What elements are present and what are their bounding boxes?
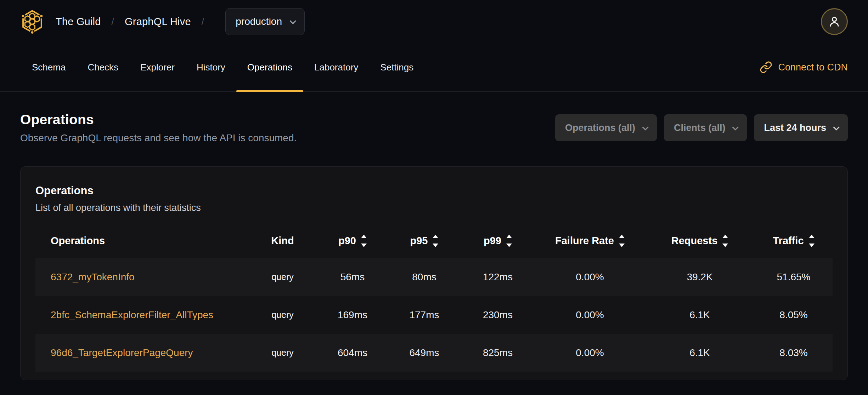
hive-logo-icon[interactable] xyxy=(20,8,44,35)
table-row: 2bfc_SchemaExplorerFilter_AllTypesquery1… xyxy=(35,296,833,334)
chevron-down-icon xyxy=(833,124,839,130)
cell-requests: 6.1K xyxy=(645,347,755,359)
breadcrumb: The Guild / GraphQL Hive / xyxy=(56,16,215,28)
page-heading: Operations Observe GraphQL requests and … xyxy=(0,112,868,144)
cell-kind: query xyxy=(248,310,317,320)
cell-p95: 80ms xyxy=(388,271,461,283)
cell-traffic: 8.05% xyxy=(755,309,833,321)
cell-name: 6372_myTokenInfo xyxy=(35,271,248,283)
tab-schema[interactable]: Schema xyxy=(21,43,77,91)
column-label: Operations xyxy=(51,235,105,247)
link-icon xyxy=(760,61,772,74)
cell-name: 2bfc_SchemaExplorerFilter_AllTypes xyxy=(35,309,248,321)
column-label: Traffic xyxy=(773,235,804,247)
operations-table: OperationsKindp90p95p99Failure RateReque… xyxy=(35,223,833,380)
card-subtitle: List of all operations with their statis… xyxy=(35,202,833,213)
tab-operations[interactable]: Operations xyxy=(236,43,303,91)
user-avatar[interactable] xyxy=(821,8,848,35)
cell-p95: 649ms xyxy=(388,347,461,359)
breadcrumb-separator: / xyxy=(202,16,204,27)
target-selector[interactable]: production xyxy=(225,8,305,35)
cell-failure_rate: 0.00% xyxy=(535,347,645,359)
sort-icon[interactable] xyxy=(506,235,512,247)
sort-icon[interactable] xyxy=(619,235,625,247)
sort-icon[interactable] xyxy=(722,235,728,247)
cell-requests: 39.2K xyxy=(645,271,755,283)
cell-p99: 825ms xyxy=(461,347,535,359)
table-row: 6c00_schemaPublishmutation678ms1.06s1.98… xyxy=(35,372,833,380)
cell-traffic: 8.03% xyxy=(755,347,833,359)
column-label: Requests xyxy=(671,235,718,247)
column-header-kind: Kind xyxy=(248,235,317,247)
sort-icon[interactable] xyxy=(361,235,367,247)
chevron-down-icon xyxy=(289,18,296,24)
operations-card: Operations List of all operations with t… xyxy=(20,166,848,380)
clients-filter-label: Clients (all) xyxy=(674,122,726,133)
operations-filter-dropdown[interactable]: Operations (all) xyxy=(555,114,657,141)
cell-p90: 56ms xyxy=(317,271,388,283)
breadcrumb-project[interactable]: GraphQL Hive xyxy=(125,16,191,28)
cell-kind: query xyxy=(248,272,317,282)
operations-filter-label: Operations (all) xyxy=(565,122,635,133)
sort-icon[interactable] xyxy=(809,235,815,247)
target-selector-value: production xyxy=(236,16,282,27)
top-header: The Guild / GraphQL Hive / production xyxy=(0,0,868,43)
table-body: 6372_myTokenInfoquery56ms80ms122ms0.00%3… xyxy=(35,258,833,380)
column-header-requests[interactable]: Requests xyxy=(645,235,755,247)
cell-p90: 169ms xyxy=(317,309,388,321)
period-filter-label: Last 24 hours xyxy=(764,122,826,133)
clients-filter-dropdown[interactable]: Clients (all) xyxy=(664,114,747,141)
cell-requests: 6.1K xyxy=(645,309,755,321)
column-header-name: Operations xyxy=(35,235,248,247)
tab-checks[interactable]: Checks xyxy=(77,43,129,91)
operation-link[interactable]: 6372_myTokenInfo xyxy=(51,271,135,282)
sort-icon[interactable] xyxy=(433,235,438,247)
filters: Operations (all) Clients (all) Last 24 h… xyxy=(555,114,848,141)
column-label: p99 xyxy=(484,235,501,247)
tab-settings[interactable]: Settings xyxy=(369,43,424,91)
column-label: Kind xyxy=(271,235,294,247)
tab-explorer[interactable]: Explorer xyxy=(129,43,186,91)
breadcrumb-org[interactable]: The Guild xyxy=(56,16,101,28)
nav-tabs: SchemaChecksExplorerHistoryOperationsLab… xyxy=(21,43,424,91)
column-header-failure_rate[interactable]: Failure Rate xyxy=(535,235,645,247)
breadcrumb-separator: / xyxy=(112,16,114,27)
connect-to-cdn-label: Connect to CDN xyxy=(778,62,848,73)
table-header-row: OperationsKindp90p95p99Failure RateReque… xyxy=(35,223,833,258)
page-title: Operations xyxy=(20,112,297,127)
column-label: p90 xyxy=(338,235,356,247)
user-icon xyxy=(827,15,841,29)
chevron-down-icon xyxy=(732,124,739,130)
tab-history[interactable]: History xyxy=(186,43,236,91)
table-row: 96d6_TargetExplorerPageQueryquery604ms64… xyxy=(35,334,833,372)
cell-p90: 604ms xyxy=(317,347,388,359)
cell-p99: 122ms xyxy=(461,271,535,283)
column-header-p99[interactable]: p99 xyxy=(461,235,535,247)
column-header-p90[interactable]: p90 xyxy=(317,235,388,247)
cell-p95: 177ms xyxy=(388,309,461,321)
main-nav: SchemaChecksExplorerHistoryOperationsLab… xyxy=(0,43,868,92)
chevron-down-icon xyxy=(642,124,648,130)
card-title: Operations xyxy=(35,184,833,197)
cell-kind: query xyxy=(248,348,317,358)
column-header-traffic[interactable]: Traffic xyxy=(755,235,833,247)
period-filter-dropdown[interactable]: Last 24 hours xyxy=(754,114,848,141)
tab-laboratory[interactable]: Laboratory xyxy=(303,43,369,91)
cell-failure_rate: 0.00% xyxy=(535,271,645,283)
operation-link[interactable]: 2bfc_SchemaExplorerFilter_AllTypes xyxy=(51,309,213,320)
page-subtitle: Observe GraphQL requests and see how the… xyxy=(20,132,297,144)
cell-p99: 230ms xyxy=(461,309,535,321)
connect-to-cdn-button[interactable]: Connect to CDN xyxy=(760,43,848,91)
cell-name: 96d6_TargetExplorerPageQuery xyxy=(35,347,248,359)
column-label: Failure Rate xyxy=(555,235,614,247)
column-header-p95[interactable]: p95 xyxy=(388,235,461,247)
operation-link[interactable]: 96d6_TargetExplorerPageQuery xyxy=(51,347,193,358)
table-row: 6372_myTokenInfoquery56ms80ms122ms0.00%3… xyxy=(35,258,833,296)
column-label: p95 xyxy=(410,235,428,247)
cell-failure_rate: 0.00% xyxy=(535,309,645,321)
cell-traffic: 51.65% xyxy=(755,271,833,283)
